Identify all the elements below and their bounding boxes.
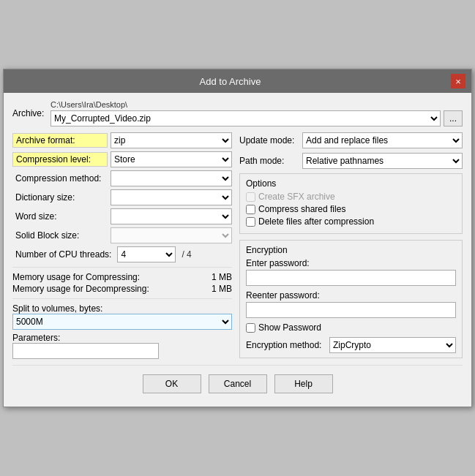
compression-method-select[interactable] [111, 170, 232, 186]
content-area: Archive format: zip rar 7z tar gz Compre… [12, 132, 463, 359]
split-row: 5000M [12, 314, 232, 330]
params-label: Parameters: [12, 333, 60, 343]
update-mode-row: Update mode: Add and replace files Updat… [239, 132, 463, 148]
divider1 [12, 267, 232, 268]
word-size-select[interactable] [111, 208, 232, 224]
sfx-label: Create SFX archive [258, 192, 335, 202]
cpu-max-label: / 4 [182, 249, 191, 260]
path-mode-row: Path mode: Relative pathnames Absolute p… [239, 153, 463, 169]
sfx-checkbox[interactable] [246, 192, 255, 202]
dictionary-size-label: Dictionary size: [12, 190, 108, 205]
dialog-title: Add to Archive [10, 76, 451, 87]
cancel-button[interactable]: Cancel [209, 374, 267, 393]
archive-row: Archive: C:\Users\Ira\Desktop\ My_Corrup… [12, 100, 463, 126]
params-label-row: Parameters: [12, 333, 232, 343]
archive-path-text: C:\Users\Ira\Desktop\ [51, 100, 463, 109]
dictionary-size-row: Dictionary size: [12, 189, 232, 205]
archive-format-label: Archive format: [12, 133, 108, 148]
cpu-threads-row: Number of CPU threads: 4 1 2 3 / 4 [12, 246, 232, 262]
compress-shared-row: Compress shared files [246, 204, 456, 214]
path-mode-select[interactable]: Relative pathnames Absolute pathnames No… [302, 153, 463, 169]
compression-level-select[interactable]: Store Fastest Fast Normal Good Best [111, 151, 232, 167]
split-label-row: Split to volumes, bytes: [12, 303, 232, 314]
dictionary-size-select[interactable] [111, 189, 232, 205]
mem-compress-row: Memory usage for Compressing: 1 MB [12, 272, 232, 282]
reenter-password-label: Reenter password: [246, 290, 456, 301]
encryption-group: Encryption Enter password: Reenter passw… [239, 240, 463, 358]
compression-method-row: Compression method: [12, 170, 232, 186]
sfx-checkbox-row: Create SFX archive [246, 192, 456, 202]
show-password-label: Show Password [258, 322, 321, 333]
encryption-title: Encryption [246, 245, 456, 255]
cpu-threads-select[interactable]: 4 1 2 3 [117, 246, 176, 262]
cpu-threads-label: Number of CPU threads: [12, 247, 114, 262]
mem-decompress-label: Memory usage for Decompressing: [12, 284, 149, 294]
help-button[interactable]: Help [274, 374, 333, 393]
show-password-checkbox[interactable] [246, 323, 255, 333]
solid-block-row: Solid Block size: [12, 227, 232, 243]
word-size-row: Word size: [12, 208, 232, 224]
delete-after-label: Delete files after compression [258, 216, 374, 227]
close-button[interactable]: × [451, 74, 465, 88]
compression-level-row: Compression level: Store Fastest Fast No… [12, 151, 232, 167]
archive-combo-row: My_Corrupted_Video.zip ... [51, 110, 463, 126]
browse-button[interactable]: ... [444, 110, 463, 126]
compress-shared-label: Compress shared files [258, 204, 345, 214]
compress-shared-checkbox[interactable] [246, 205, 255, 214]
update-mode-label: Update mode: [239, 135, 299, 146]
update-mode-select[interactable]: Add and replace files Update and add fil… [302, 132, 463, 148]
left-panel: Archive format: zip rar 7z tar gz Compre… [12, 132, 232, 359]
archive-format-row: Archive format: zip rar 7z tar gz [12, 132, 232, 148]
titlebar: Add to Archive × [4, 69, 471, 93]
reenter-password-input[interactable] [246, 302, 456, 318]
enc-method-select[interactable]: ZipCrypto AES-256 [329, 337, 456, 353]
delete-after-row: Delete files after compression [246, 216, 456, 227]
add-to-archive-dialog: Add to Archive × Archive: C:\Users\Ira\D… [3, 69, 472, 407]
solid-block-select[interactable] [111, 227, 232, 243]
split-select[interactable]: 5000M [12, 314, 232, 330]
path-mode-label: Path mode: [239, 156, 299, 166]
params-input[interactable] [12, 343, 159, 359]
options-title: Options [246, 178, 456, 189]
compression-level-label: Compression level: [12, 152, 108, 167]
archive-path-group: C:\Users\Ira\Desktop\ My_Corrupted_Video… [51, 100, 463, 126]
dialog-body: Archive: C:\Users\Ira\Desktop\ My_Corrup… [4, 93, 471, 407]
mem-compress-label: Memory usage for Compressing: [12, 272, 140, 282]
enc-method-row: Encryption method: ZipCrypto AES-256 [246, 337, 456, 353]
archive-format-select[interactable]: zip rar 7z tar gz [111, 132, 232, 148]
enter-password-label: Enter password: [246, 258, 456, 268]
split-label: Split to volumes, bytes: [12, 303, 102, 314]
footer: OK Cancel Help [12, 365, 463, 401]
delete-after-checkbox[interactable] [246, 217, 255, 227]
word-size-label: Word size: [12, 209, 108, 224]
divider2 [12, 298, 232, 299]
mem-decompress-row: Memory usage for Decompressing: 1 MB [12, 284, 232, 294]
show-password-row: Show Password [246, 322, 456, 333]
enc-method-label: Encryption method: [246, 340, 326, 350]
mem-decompress-val: 1 MB [212, 284, 232, 294]
params-input-row [12, 343, 232, 359]
right-panel: Update mode: Add and replace files Updat… [239, 132, 463, 359]
options-group: Options Create SFX archive Compress shar… [239, 173, 463, 234]
enter-password-input[interactable] [246, 270, 456, 286]
solid-block-label: Solid Block size: [12, 228, 108, 243]
archive-label: Archive: [12, 108, 46, 118]
archive-filename-select[interactable]: My_Corrupted_Video.zip [51, 110, 441, 126]
mem-compress-val: 1 MB [212, 272, 232, 282]
compression-method-label: Compression method: [12, 171, 108, 186]
ok-button[interactable]: OK [143, 374, 201, 393]
